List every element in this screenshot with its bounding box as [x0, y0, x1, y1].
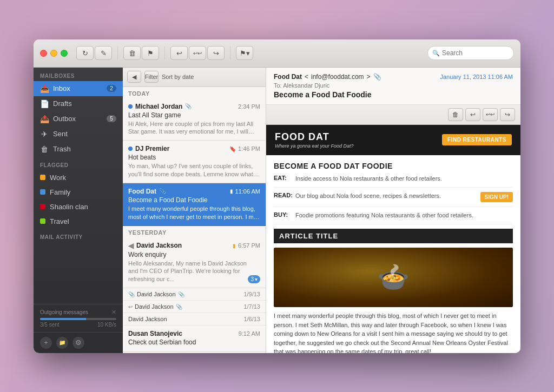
drafts-label: Drafts: [53, 99, 72, 108]
from-email: info@fooddat.com: [311, 73, 364, 81]
detail-action-bar: 🗑 ↩ ↩↩ ↪: [266, 105, 520, 125]
mini-date: 1/6/13: [243, 316, 260, 322]
email-detail: Food Dat <info@fooddat.com> 📎 January 11…: [266, 68, 520, 353]
email-item-dusan[interactable]: Dusan Stanojevic 9:12 AM Check out Serbi…: [123, 325, 266, 352]
flag-button[interactable]: ⚑: [142, 46, 159, 60]
sender-name: ◀ David Jackson: [128, 242, 182, 250]
family-label: Family: [50, 188, 70, 196]
food-dat-header: FOOD DAT Where ya gonna eat your Food Da…: [266, 125, 520, 155]
reply-all-button[interactable]: ↩↩: [189, 46, 206, 60]
mail-activity: Outgoing messages ✕ 3/5 sent 10 KB/s: [34, 304, 123, 332]
activity-close-button[interactable]: ✕: [111, 309, 116, 316]
sidebar-item-outbox[interactable]: 📤 Outbox 5: [34, 111, 123, 127]
food-dat-body: BECOME A FOOD DAT FOODIE EAT: Inside acc…: [266, 155, 520, 353]
detail-header: Food Dat <info@fooddat.com> 📎 January 11…: [266, 68, 520, 105]
detail-delete-button[interactable]: 🗑: [448, 108, 463, 121]
trash-icon: 🗑: [40, 145, 49, 154]
fullscreen-button[interactable]: [61, 50, 68, 57]
settings-button[interactable]: ⚙: [72, 337, 84, 349]
detail-reply-button[interactable]: ↩: [465, 108, 480, 121]
buy-label: BUY:: [274, 211, 295, 218]
find-restaurants-button[interactable]: FIND RESTAURANTS: [442, 134, 512, 145]
attach-icon: 📎: [128, 291, 135, 297]
sidebar-item-work[interactable]: Work: [34, 170, 123, 185]
inbox-icon: 📥: [40, 84, 49, 93]
delete-button[interactable]: 🗑: [123, 46, 141, 60]
email-item-dj-premier[interactable]: DJ Premier 🔖 1:46 PM Hot beats Yo man, W…: [123, 141, 266, 183]
email-time: 2:34 PM: [238, 103, 260, 110]
to-line: To: Aleksandar Djuric: [274, 82, 513, 89]
mailboxes-label: MAILBOXES: [34, 68, 123, 81]
sidebar-item-sent[interactable]: ✈ Sent: [34, 127, 123, 142]
filter-button[interactable]: Filter: [144, 71, 159, 83]
search-input[interactable]: [442, 49, 509, 57]
email-preview: Hi Alek, Here are couple of pics from my…: [128, 120, 260, 136]
add-folder-button[interactable]: 📁: [56, 337, 68, 349]
food-dat-logo: FOOD DAT Where ya gonna eat your Food Da…: [275, 131, 354, 149]
sort-label: Sort by date: [162, 74, 194, 80]
add-mailbox-button[interactable]: +: [40, 337, 52, 349]
buy-row: BUY: Foodie promotions featuring Nola re…: [274, 211, 513, 224]
email-subject: Become a Food Dat Foodie: [128, 196, 260, 204]
titlebar: ↻ ✎ 🗑 ⚑ ↩ ↩↩ ↪ ⚑▾ 🔍: [34, 39, 520, 68]
detail-subject: Become a Food Dat Foodie: [274, 90, 513, 99]
sidebar-item-trash[interactable]: 🗑 Trash: [34, 142, 123, 157]
traffic-lights: [40, 50, 68, 57]
progress-size: 10 KB/s: [97, 322, 116, 328]
mini-date: 1/7/13: [243, 303, 260, 310]
from-name: Food Dat: [274, 73, 302, 81]
sent-icon: ✈: [40, 130, 49, 138]
email-mini-row-2[interactable]: ↩ David Jackson 📎 1/7/13: [123, 301, 266, 313]
email-item-david-jackson-enquiry[interactable]: ◀ David Jackson ▮ 6:57 PM Work enquiry H…: [123, 237, 266, 289]
trash-label: Trash: [53, 145, 71, 153]
sidebar-item-shaolin-clan[interactable]: Shaolin clan: [34, 200, 123, 214]
body-text-1: I meet many wonderful people through thi…: [274, 311, 513, 353]
attachment-icon: 📎: [185, 103, 192, 109]
detail-forward-button[interactable]: ↪: [500, 108, 515, 121]
unread-indicator: [128, 104, 133, 109]
inbox-badge: 2: [107, 85, 116, 92]
back-button[interactable]: ◀: [127, 71, 141, 83]
reply-button[interactable]: ↩: [170, 46, 188, 60]
eat-text: Inside access to Nola restaurants & othe…: [295, 175, 513, 183]
compose-button[interactable]: ✎: [95, 46, 112, 60]
mini-sender: ↩ David Jackson 📎: [128, 303, 182, 310]
email-item-food-dat[interactable]: Food Dat 📎 ▮ 11:06 AM Become a Food Dat …: [123, 183, 266, 226]
buy-text: Foodie promotions featuring Nola restaur…: [295, 211, 513, 220]
detail-reply-all-button[interactable]: ↩↩: [483, 108, 498, 121]
yesterday-group-label: YESTERDAY: [123, 226, 266, 237]
minimize-button[interactable]: [50, 50, 57, 57]
refresh-button[interactable]: ↻: [76, 46, 94, 60]
main-content: MAILBOXES 📥 Inbox 2 📄 Drafts 📤 Outbox 5 …: [34, 68, 520, 353]
family-flag-icon: [40, 189, 45, 195]
close-button[interactable]: [40, 50, 47, 57]
email-item-michael-jordan[interactable]: Michael Jordan 📎 2:34 PM Last All Star g…: [123, 98, 266, 141]
forward-button[interactable]: ↪: [207, 46, 225, 60]
sign-up-button[interactable]: SIGN UP!: [480, 192, 513, 202]
mini-sender: 📎 David Jackson 📎: [128, 291, 184, 297]
sidebar-item-drafts[interactable]: 📄 Drafts: [34, 96, 123, 111]
mini-sender: David Jackson: [128, 316, 167, 322]
sidebar-item-inbox[interactable]: 📥 Inbox 2: [34, 81, 123, 96]
email-preview: Hello Aleksandar, My name is David Jacks…: [128, 260, 260, 284]
email-mini-row-1[interactable]: 📎 David Jackson 📎 1/9/13: [123, 288, 266, 301]
email-list-panel: ◀ Filter Filter Sort by date TODAY Micha…: [123, 68, 266, 353]
search-bar: 🔍: [427, 46, 514, 60]
inbox-label: Inbox: [53, 84, 70, 92]
reply-icon: ↩: [128, 304, 133, 310]
sort-button[interactable]: Sort by date: [162, 74, 194, 80]
article-header: ARTICLE TITLE: [274, 229, 513, 243]
separator-3: [230, 46, 230, 59]
email-time: 11:06 AM: [235, 188, 260, 195]
progress-bar: [40, 318, 116, 320]
email-mini-row-3[interactable]: David Jackson 1/6/13: [123, 313, 266, 325]
activity-item-label: Outgoing messages: [40, 309, 88, 315]
more-button[interactable]: ⚑▾: [236, 46, 253, 60]
sidebar-item-travel[interactable]: Travel: [34, 214, 123, 229]
attachment-clip-icon: 📎: [373, 73, 381, 81]
email-subject: Check out Serbian food: [128, 338, 260, 346]
sidebar-item-family[interactable]: Family: [34, 185, 123, 200]
shaolin-label: Shaolin clan: [50, 203, 88, 211]
attachment-indicator: 📎: [178, 291, 184, 297]
attachment-indicator: 📎: [176, 304, 182, 310]
